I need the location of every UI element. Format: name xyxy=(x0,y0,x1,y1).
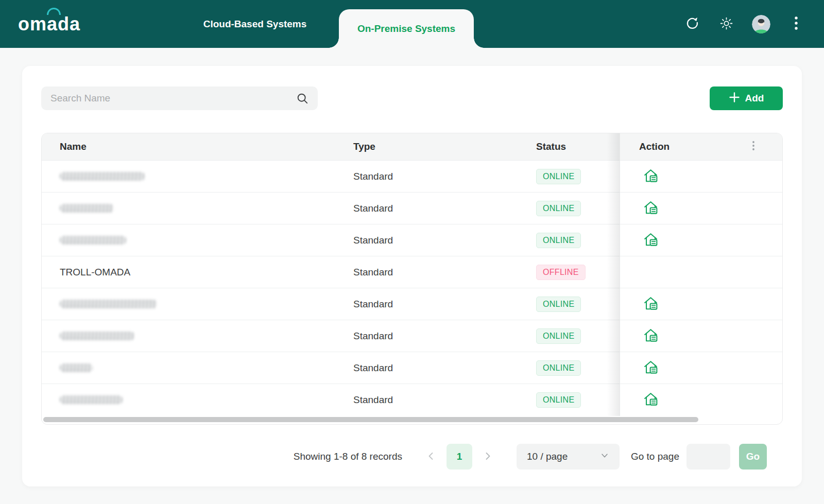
systems-table: Name Type Status Action xyxy=(41,133,783,425)
launch-site-button[interactable] xyxy=(642,295,659,314)
chevron-left-icon xyxy=(426,451,436,463)
table-header-row: Name Type Status Action xyxy=(42,133,782,160)
site-launch-icon xyxy=(642,327,659,345)
cell-status: ONLINE xyxy=(526,201,621,216)
table-row: Standard ONLINE xyxy=(42,160,782,192)
table-row: TROLL-OMADA Standard OFFLINE xyxy=(42,256,782,288)
header-actions xyxy=(684,0,804,48)
goto-page-label: Go to page xyxy=(631,451,679,462)
cell-name xyxy=(42,172,343,181)
site-launch-icon xyxy=(642,199,659,218)
go-button[interactable]: Go xyxy=(739,444,767,470)
table-body: Standard ONLINE xyxy=(42,160,782,415)
redacted-name xyxy=(60,332,134,340)
cell-name xyxy=(42,395,343,404)
theme-sun-icon xyxy=(719,16,734,32)
status-badge: ONLINE xyxy=(536,169,581,184)
systems-card: Add Name Type Status Action xyxy=(22,66,802,486)
status-badge: ONLINE xyxy=(536,201,581,216)
tab-cloud-based-systems[interactable]: Cloud-Based Systems xyxy=(178,0,332,48)
page-size-select[interactable]: 10 / page xyxy=(517,444,620,470)
cell-name: TROLL-OMADA xyxy=(42,267,343,278)
cell-type: Standard xyxy=(343,171,526,182)
search-icon[interactable] xyxy=(295,91,310,108)
status-badge: ONLINE xyxy=(536,360,581,376)
user-avatar[interactable] xyxy=(752,15,770,33)
launch-site-button[interactable] xyxy=(642,167,659,186)
tab-on-premise-systems[interactable]: On-Premise Systems xyxy=(339,9,474,48)
app-header: omada Cloud-Based Systems On-Premise Sys… xyxy=(0,0,824,48)
column-header-action-label: Action xyxy=(639,141,670,152)
table-row: Standard ONLINE xyxy=(42,352,782,384)
table-row: Standard ONLINE xyxy=(42,288,782,320)
cell-type: Standard xyxy=(343,331,526,342)
cell-type: Standard xyxy=(343,394,526,406)
column-header-action: Action xyxy=(621,133,782,160)
horizontal-scrollbar[interactable] xyxy=(43,417,698,422)
cell-status: OFFLINE xyxy=(526,265,621,280)
plus-icon xyxy=(729,92,740,106)
cell-type: Standard xyxy=(343,235,526,246)
redacted-name xyxy=(60,395,123,404)
cell-type: Standard xyxy=(343,299,526,310)
status-badge: OFFLINE xyxy=(536,265,586,280)
more-menu-button[interactable] xyxy=(788,16,804,32)
redacted-name xyxy=(60,204,114,213)
redacted-name xyxy=(60,236,126,245)
cell-name xyxy=(42,236,343,245)
redacted-name xyxy=(60,363,93,372)
cell-action xyxy=(621,384,782,415)
status-badge: ONLINE xyxy=(536,233,581,248)
toolbar: Add xyxy=(41,86,783,110)
logo-part2: da xyxy=(58,13,80,35)
records-summary: Showing 1-8 of 8 records xyxy=(294,451,402,462)
cell-name xyxy=(42,204,343,213)
status-badge: ONLINE xyxy=(536,392,581,408)
cell-status: ONLINE xyxy=(526,392,621,408)
status-badge: ONLINE xyxy=(536,297,581,312)
logo-part1: om xyxy=(18,13,47,35)
page-number-button[interactable]: 1 xyxy=(447,444,472,470)
site-launch-icon xyxy=(642,359,659,377)
cell-name xyxy=(42,363,343,372)
add-button[interactable]: Add xyxy=(710,86,783,110)
cell-status: ONLINE xyxy=(526,297,621,312)
omada-app: omada Cloud-Based Systems On-Premise Sys… xyxy=(0,0,824,504)
launch-site-button[interactable] xyxy=(642,231,659,250)
chevron-down-icon xyxy=(600,451,609,463)
launch-site-button[interactable] xyxy=(642,199,659,218)
cell-action xyxy=(621,288,782,320)
add-button-label: Add xyxy=(745,93,764,104)
launch-site-button[interactable] xyxy=(642,391,659,409)
table-row: Standard ONLINE xyxy=(42,192,782,224)
cell-action xyxy=(621,320,782,352)
previous-page-button[interactable] xyxy=(424,449,438,464)
redacted-name xyxy=(60,172,145,181)
cell-action xyxy=(621,193,782,224)
site-launch-icon xyxy=(642,391,659,409)
cell-type: Standard xyxy=(343,362,526,374)
refresh-button[interactable] xyxy=(684,16,700,32)
cell-action xyxy=(621,256,782,288)
pagination-bar: Showing 1-8 of 8 records 1 10 / page xyxy=(22,444,802,470)
column-header-type: Type xyxy=(343,141,526,152)
next-page-button[interactable] xyxy=(480,449,495,464)
more-menu-icon xyxy=(789,15,803,32)
cell-type: Standard xyxy=(343,203,526,214)
cell-status: ONLINE xyxy=(526,328,621,344)
theme-toggle-button[interactable] xyxy=(718,16,734,32)
column-header-name: Name xyxy=(42,141,343,152)
cell-status: ONLINE xyxy=(526,360,621,376)
search-input[interactable] xyxy=(41,86,318,110)
column-settings-icon[interactable] xyxy=(749,140,758,154)
goto-page-input[interactable] xyxy=(686,444,730,470)
cell-name xyxy=(42,300,343,308)
column-header-status: Status xyxy=(526,141,621,152)
table-row: Standard ONLINE xyxy=(42,384,782,415)
launch-site-button[interactable] xyxy=(642,359,659,377)
launch-site-button[interactable] xyxy=(642,327,659,345)
site-launch-icon xyxy=(642,231,659,250)
cell-type: Standard xyxy=(343,267,526,278)
page-size-value: 10 / page xyxy=(527,451,568,462)
cell-name xyxy=(42,332,343,340)
